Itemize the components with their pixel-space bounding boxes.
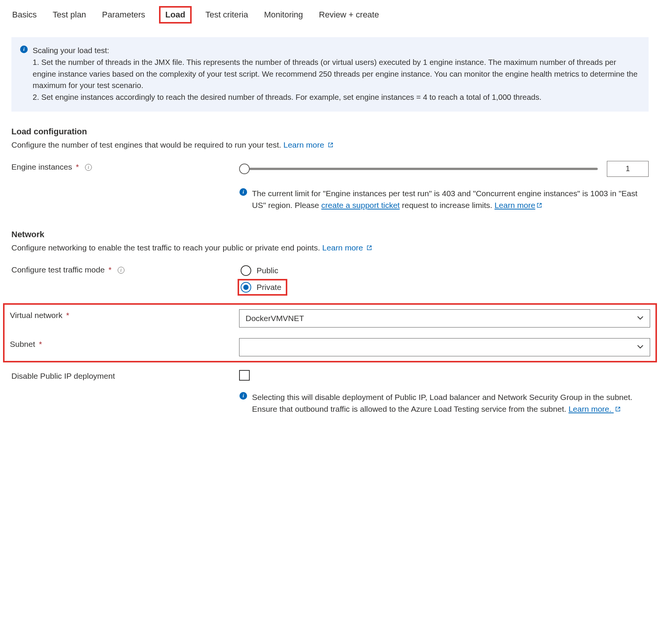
network-sub-text: Configure networking to enable the test … xyxy=(11,243,322,252)
radio-public[interactable]: Public xyxy=(239,264,286,277)
chevron-down-icon xyxy=(637,343,644,351)
slider-thumb[interactable] xyxy=(239,164,250,174)
vnet-select[interactable]: DockerVMVNET xyxy=(239,309,650,328)
disable-public-ip-label: Disable Public IP deployment xyxy=(11,370,239,381)
disable-public-ip-row: Disable Public IP deployment xyxy=(11,370,649,381)
traffic-mode-radio-group: Public Private xyxy=(239,264,286,294)
engine-limit-info: i The current limit for "Engine instance… xyxy=(11,187,649,211)
radio-private-label: Private xyxy=(257,283,281,292)
learn-more-label: Learn more xyxy=(495,201,535,209)
load-config-learn-more-link[interactable]: Learn more xyxy=(284,140,333,149)
scaling-info-box: i Scaling your load test: 1. Set the num… xyxy=(11,37,649,112)
network-subtitle: Configure networking to enable the test … xyxy=(11,243,649,252)
tab-basics[interactable]: Basics xyxy=(11,9,38,20)
subnet-label-text: Subnet xyxy=(10,340,35,348)
learn-more-label: Learn more xyxy=(284,140,324,149)
vnet-selected-value: DockerVMVNET xyxy=(246,314,304,323)
vnet-row: Virtual network * DockerVMVNET xyxy=(10,309,650,328)
disable-ip-learn-more-link[interactable]: Learn more. xyxy=(569,405,621,413)
info-icon: i xyxy=(239,391,247,415)
learn-more-label: Learn more. xyxy=(569,405,611,413)
engine-limit-text: The current limit for "Engine instances … xyxy=(252,187,649,211)
traffic-mode-label-text: Configure test traffic mode xyxy=(11,265,105,274)
tab-review-create[interactable]: Review + create xyxy=(318,9,380,20)
tab-test-criteria[interactable]: Test criteria xyxy=(205,9,249,20)
load-config-sub-text: Configure the number of test engines tha… xyxy=(11,140,284,149)
vnet-label-text: Virtual network xyxy=(10,311,63,320)
info-icon: i xyxy=(20,45,28,103)
chevron-down-icon xyxy=(637,314,644,322)
help-icon[interactable]: i xyxy=(85,164,92,171)
external-link-icon xyxy=(367,245,372,250)
create-support-ticket-link[interactable]: create a support ticket xyxy=(321,201,400,209)
engine-instances-value[interactable]: 1 xyxy=(607,161,649,177)
radio-circle-unchecked xyxy=(241,265,251,276)
info-title: Scaling your load test: xyxy=(33,46,109,55)
subnet-row: Subnet * xyxy=(10,338,650,356)
tab-load[interactable]: Load xyxy=(161,8,191,22)
info-line-2: 2. Set engine instances accordingly to r… xyxy=(33,93,542,101)
load-config-subtitle: Configure the number of test engines tha… xyxy=(11,140,649,150)
engine-instances-slider-wrap: 1 xyxy=(239,161,649,177)
tab-monitoring[interactable]: Monitoring xyxy=(263,9,304,20)
radio-public-label: Public xyxy=(257,266,278,275)
help-icon[interactable]: i xyxy=(118,267,124,274)
limit-learn-more-link[interactable]: Learn more xyxy=(495,201,542,209)
external-link-icon xyxy=(537,203,542,208)
network-learn-more-link[interactable]: Learn more xyxy=(322,243,372,252)
disable-public-ip-text: Selecting this will disable deployment o… xyxy=(252,391,649,415)
traffic-mode-row: Configure test traffic mode * i Public P… xyxy=(11,264,649,294)
required-indicator: * xyxy=(66,311,69,320)
network-title: Network xyxy=(11,230,649,239)
info-icon: i xyxy=(239,187,247,211)
load-config-title: Load configuration xyxy=(11,127,649,137)
slider-track xyxy=(244,168,598,170)
engine-instances-label-text: Engine instances xyxy=(11,162,72,171)
traffic-mode-label: Configure test traffic mode * i xyxy=(11,264,239,274)
scaling-info-text: Scaling your load test: 1. Set the numbe… xyxy=(33,45,640,103)
subnet-label: Subnet * xyxy=(10,338,239,349)
required-indicator: * xyxy=(109,265,112,274)
external-link-icon xyxy=(328,142,333,148)
radio-private[interactable]: Private xyxy=(239,280,286,294)
engine-instances-label: Engine instances * i xyxy=(11,161,239,172)
limit-text-b: request to increase limits. xyxy=(400,201,495,209)
info-line-1: 1. Set the number of threads in the JMX … xyxy=(33,58,638,90)
tab-parameters[interactable]: Parameters xyxy=(101,9,146,20)
engine-instances-slider[interactable] xyxy=(239,164,598,174)
tab-test-plan[interactable]: Test plan xyxy=(52,9,87,20)
disable-public-ip-checkbox[interactable] xyxy=(239,370,250,381)
required-indicator: * xyxy=(39,340,42,348)
radio-circle-checked xyxy=(241,282,251,293)
vnet-subnet-highlight-box: Virtual network * DockerVMVNET Subnet * xyxy=(5,305,655,361)
tab-strip: Basics Test plan Parameters Load Test cr… xyxy=(11,8,649,22)
learn-more-label: Learn more xyxy=(322,243,363,252)
external-link-icon xyxy=(615,406,621,412)
disable-public-ip-info: i Selecting this will disable deployment… xyxy=(11,391,649,415)
radio-dot xyxy=(243,285,249,290)
required-indicator: * xyxy=(76,162,79,171)
engine-instances-row: Engine instances * i 1 xyxy=(11,161,649,177)
subnet-select[interactable] xyxy=(239,338,650,356)
vnet-label: Virtual network * xyxy=(10,309,239,320)
